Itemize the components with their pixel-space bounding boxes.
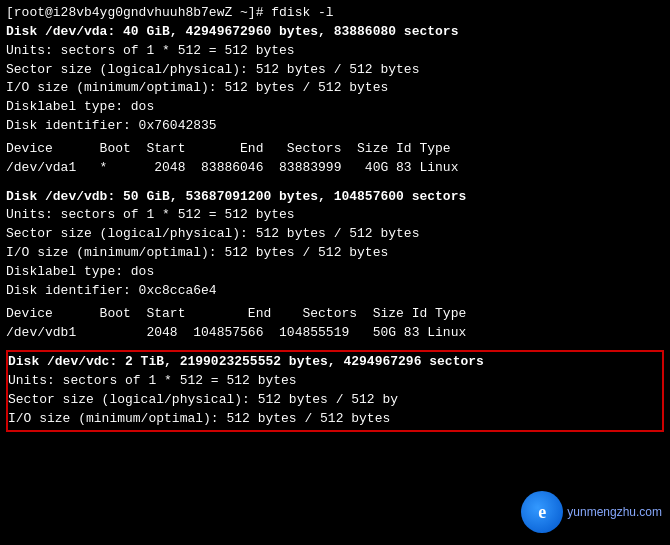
vda-io-size: I/O size (minimum/optimal): 512 bytes / …	[6, 79, 664, 98]
vda-disklabel: Disklabel type: dos	[6, 98, 664, 117]
watermark-symbol: e	[538, 502, 546, 523]
watermark-logo: e	[521, 491, 563, 533]
vdb-table-row: /dev/vdb1 2048 104857566 104855519 50G 8…	[6, 324, 664, 343]
vdb-units: Units: sectors of 1 * 512 = 512 bytes	[6, 206, 664, 225]
watermark: e yunmengzhu.com	[521, 491, 662, 533]
vda-units: Units: sectors of 1 * 512 = 512 bytes	[6, 42, 664, 61]
vdc-units: Units: sectors of 1 * 512 = 512 bytes	[8, 372, 662, 391]
prompt-line: [root@i28vb4yg0gndvhuuh8b7ewZ ~]# fdisk …	[6, 4, 664, 23]
vda-identifier: Disk identifier: 0x76042835	[6, 117, 664, 136]
vdc-header: Disk /dev/vdc: 2 TiB, 2199023255552 byte…	[8, 353, 662, 372]
vdc-highlighted-section: Disk /dev/vdc: 2 TiB, 2199023255552 byte…	[6, 350, 664, 431]
vda-header: Disk /dev/vda: 40 GiB, 42949672960 bytes…	[6, 23, 664, 42]
vdb-table-header: Device Boot Start End Sectors Size Id Ty…	[6, 305, 664, 324]
vda-table-row: /dev/vda1 * 2048 83886046 83883999 40G 8…	[6, 159, 664, 178]
terminal-window: [root@i28vb4yg0gndvhuuh8b7ewZ ~]# fdisk …	[0, 0, 670, 545]
vdb-identifier: Disk identifier: 0xc8cca6e4	[6, 282, 664, 301]
vdb-header: Disk /dev/vdb: 50 GiB, 53687091200 bytes…	[6, 188, 664, 207]
vda-sector-size: Sector size (logical/physical): 512 byte…	[6, 61, 664, 80]
vdb-disklabel: Disklabel type: dos	[6, 263, 664, 282]
vdb-io-size: I/O size (minimum/optimal): 512 bytes / …	[6, 244, 664, 263]
vdc-io-size: I/O size (minimum/optimal): 512 bytes / …	[8, 410, 662, 429]
vdc-sector-size: Sector size (logical/physical): 512 byte…	[8, 391, 662, 410]
watermark-text: yunmengzhu.com	[567, 505, 662, 519]
vda-table-header: Device Boot Start End Sectors Size Id Ty…	[6, 140, 664, 159]
vdb-sector-size: Sector size (logical/physical): 512 byte…	[6, 225, 664, 244]
